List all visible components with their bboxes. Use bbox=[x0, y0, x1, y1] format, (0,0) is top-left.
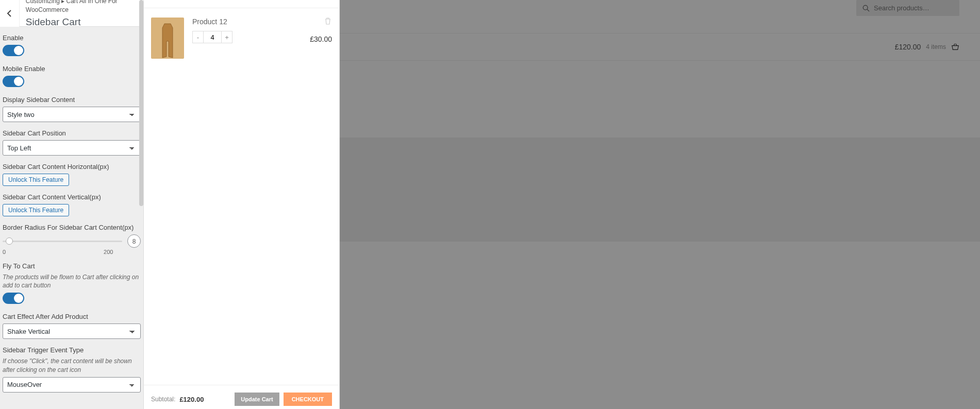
mobile-enable-label: Mobile Enable bbox=[3, 65, 141, 73]
back-button[interactable] bbox=[0, 0, 20, 27]
remove-item-button[interactable] bbox=[325, 18, 332, 25]
trigger-select[interactable]: MouseOver bbox=[3, 377, 141, 393]
cart-item-name[interactable]: Product 12 bbox=[192, 18, 302, 26]
cart-effect-select[interactable]: Shake Vertical bbox=[3, 323, 141, 339]
unlock-horizontal-button[interactable]: Unlock This Feature bbox=[3, 174, 69, 186]
cart-item: Product 12 - + £30.00 bbox=[151, 18, 332, 59]
border-radius-label: Border Radius For Sidebar Cart Content(p… bbox=[3, 224, 141, 231]
position-label: Sidebar Cart Position bbox=[3, 129, 141, 137]
display-content-select[interactable]: Style two bbox=[3, 107, 141, 122]
sidebar-cart-popup: Product 12 - + £30.00 Subtotal: £120.00 bbox=[144, 0, 340, 409]
chevron-left-icon bbox=[7, 9, 12, 18]
border-radius-max: 200 bbox=[104, 249, 113, 255]
vertical-label: Sidebar Cart Content Vertical(px) bbox=[3, 193, 141, 201]
unlock-vertical-button[interactable]: Unlock This Feature bbox=[3, 204, 69, 216]
mobile-enable-toggle[interactable] bbox=[3, 76, 24, 87]
subtotal-value: £120.00 bbox=[179, 396, 204, 403]
display-content-label: Display Sidebar Content bbox=[3, 96, 141, 104]
border-radius-slider[interactable] bbox=[3, 241, 122, 242]
trash-icon bbox=[325, 18, 331, 25]
qty-increment-button[interactable]: + bbox=[221, 31, 232, 43]
position-select[interactable]: Top Left bbox=[3, 140, 141, 156]
subtotal-label: Subtotal: bbox=[151, 396, 175, 403]
breadcrumb: Customizing ▸ Cart All In One For WooCom… bbox=[26, 0, 137, 14]
fly-label: Fly To Cart bbox=[3, 262, 141, 270]
cart-item-price: £30.00 bbox=[310, 35, 332, 43]
trigger-label: Sidebar Trigger Event Type bbox=[3, 346, 141, 354]
border-radius-min: 0 bbox=[3, 249, 6, 255]
cart-effect-label: Cart Effect After Add Product bbox=[3, 313, 141, 320]
update-cart-button[interactable]: Update Cart bbox=[235, 393, 279, 406]
enable-toggle[interactable] bbox=[3, 45, 24, 56]
fly-toggle[interactable] bbox=[3, 293, 24, 304]
product-image[interactable] bbox=[151, 18, 184, 59]
border-radius-value[interactable]: 8 bbox=[127, 234, 141, 248]
enable-label: Enable bbox=[3, 34, 141, 42]
customizer-panel: Customizing ▸ Cart All In One For WooCom… bbox=[0, 0, 144, 409]
customizer-scrollbar[interactable] bbox=[139, 0, 143, 206]
horizontal-label: Sidebar Cart Content Horizontal(px) bbox=[3, 163, 141, 171]
customizer-header: Customizing ▸ Cart All In One For WooCom… bbox=[0, 0, 143, 27]
trigger-desc: If choose "Click", the cart content will… bbox=[3, 357, 141, 373]
checkout-button[interactable]: CHECKOUT bbox=[284, 393, 332, 406]
fly-desc: The products will be flown to Cart after… bbox=[3, 273, 141, 289]
qty-decrement-button[interactable]: - bbox=[192, 31, 204, 43]
qty-input[interactable] bbox=[204, 31, 221, 43]
